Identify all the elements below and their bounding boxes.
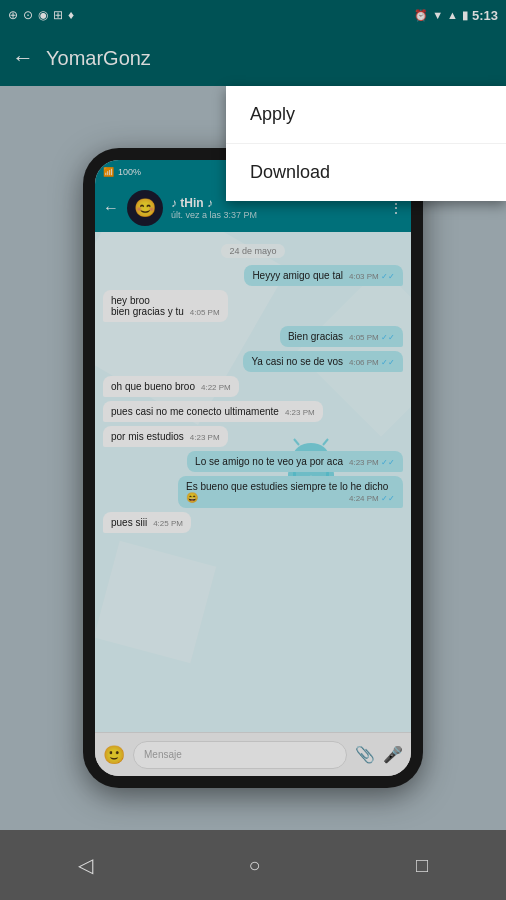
- menu-item-download[interactable]: Download: [226, 144, 506, 201]
- dropdown-menu: Apply Download: [226, 86, 506, 201]
- menu-item-apply[interactable]: Apply: [226, 86, 506, 144]
